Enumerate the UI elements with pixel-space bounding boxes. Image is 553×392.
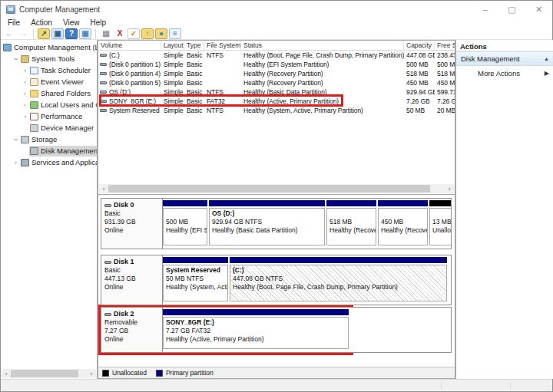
disk-row-disk-2[interactable]: Disk 2Removable7.27 GBOnlineSONY_8GR (E:…: [101, 307, 452, 353]
console-tree-icon[interactable]: ▣: [51, 28, 64, 39]
table-row-os-d[interactable]: OS (D:)SimpleBasicNTFSHealthy (Basic Dat…: [98, 87, 455, 97]
column-header-type[interactable]: Type: [184, 41, 204, 50]
more-actions-item[interactable]: More Actions ▶: [456, 66, 553, 80]
system-tools-icon: [21, 55, 29, 63]
table-cell: Healthy (EFI System Partition): [241, 60, 404, 69]
partition-status: Healthy (Basic Data Partition): [212, 226, 322, 235]
partition-legend: UnallocatedPrimary partition: [98, 367, 455, 378]
scroll-right-icon[interactable]: ›: [87, 369, 96, 378]
partition-status: Healthy (Boot, Page File, Crash Dump, Pr…: [233, 283, 444, 292]
computer-management-local-icon: [3, 44, 12, 51]
partition-box: 13 MBUnallocated: [429, 208, 451, 245]
sidebar-item-task-scheduler[interactable]: ›Task Scheduler: [1, 64, 97, 76]
table-cell: NTFS: [204, 106, 241, 115]
partition-label: [432, 209, 451, 218]
sidebar-item-computer-management-local[interactable]: Computer Management (Local: [1, 41, 97, 53]
forward-icon[interactable]: →: [17, 28, 29, 39]
set-active-icon[interactable]: ✓: [127, 28, 140, 39]
partition-500-mb[interactable]: 500 MBHealthy (EFI System Partition): [163, 200, 207, 245]
table-row-disk-0-partition-1[interactable]: (Disk 0 partition 1)SimpleBasicHealthy (…: [98, 60, 455, 69]
column-header-layout[interactable]: Layout: [161, 41, 184, 50]
sidebar-horizontal-scrollbar[interactable]: ‹ ›: [2, 369, 96, 378]
collapse-caret-icon[interactable]: ▲: [544, 56, 549, 61]
partition-518-mb[interactable]: 518 MBHealthy (Recovery Partition): [326, 200, 376, 245]
column-header-volume[interactable]: Volume: [98, 41, 161, 50]
disk-row-disk-0[interactable]: Disk 0Basic931.39 GBOnline500 MBHealthy …: [101, 198, 452, 249]
help-icon[interactable]: ?: [65, 28, 78, 39]
volume-drive-icon: [100, 91, 107, 94]
export-list-icon[interactable]: ↗: [38, 28, 50, 39]
menu-action[interactable]: Action: [25, 18, 58, 27]
collapsed-chevron-icon[interactable]: ›: [21, 101, 29, 109]
partition-450-mb[interactable]: 450 MBHealthy (Recovery Partition): [378, 200, 428, 245]
table-row-disk-0-partition-5[interactable]: (Disk 0 partition 5)SimpleBasicHealthy (…: [98, 78, 455, 87]
partition-system-reserved[interactable]: System Reserved50 MB NTFSHealthy (System…: [163, 257, 228, 301]
collapsed-chevron-icon[interactable]: ›: [21, 67, 29, 74]
sidebar-item-storage[interactable]: ›Storage: [1, 133, 97, 145]
delete-volume-icon[interactable]: X: [114, 28, 126, 39]
column-header-file-system[interactable]: File System: [204, 41, 241, 50]
scrollbar-thumb[interactable]: [11, 370, 78, 377]
volume-list-horizontal-scrollbar[interactable]: ‹ ›: [99, 184, 454, 193]
column-header-status[interactable]: Status: [241, 41, 404, 50]
collapsed-chevron-icon[interactable]: ›: [21, 78, 29, 86]
scroll-left-icon[interactable]: ‹: [99, 184, 108, 193]
partition-sony-8gr-e[interactable]: SONY_8GR (E:)7.27 GB FAT32Healthy (Activ…: [163, 309, 349, 349]
sidebar-item-event-viewer[interactable]: ›Event Viewer: [1, 76, 97, 87]
partition-label: System Reserved: [166, 266, 225, 275]
back-icon[interactable]: ←: [3, 28, 15, 39]
table-cell: NTFS: [204, 51, 241, 60]
column-header-free-sp[interactable]: Free Sp: [435, 41, 455, 50]
scroll-right-icon[interactable]: ›: [445, 184, 454, 193]
volume-name-cell: (Disk 0 partition 1): [98, 60, 161, 69]
disk-row-disk-1[interactable]: Disk 1Basic447.13 GBOnlineSystem Reserve…: [101, 255, 452, 305]
sidebar-item-services-and-applications[interactable]: ›Services and Applications: [1, 156, 97, 168]
disk-name-text: Disk 2: [114, 310, 134, 318]
scrollbar-thumb[interactable]: [108, 185, 430, 193]
expanded-chevron-icon[interactable]: ›: [12, 135, 20, 143]
app-icon: [6, 5, 15, 14]
menu-help[interactable]: Help: [84, 18, 111, 27]
table-row-disk-0-partition-4[interactable]: (Disk 0 partition 4)SimpleBasicHealthy (…: [98, 69, 455, 78]
device-icon[interactable]: ▤: [100, 28, 112, 39]
scroll-left-icon[interactable]: ‹: [2, 369, 11, 378]
partition-color-bar: [326, 200, 376, 206]
disk-label-disk-2: Disk 2Removable7.27 GBOnline: [101, 308, 163, 352]
table-row-system-reserved[interactable]: System ReservedSimpleBasicNTFSHealthy (S…: [98, 106, 455, 115]
partition-os-d[interactable]: OS (D:)929.94 GB NTFSHealthy (Basic Data…: [209, 200, 325, 245]
collapsed-chevron-icon[interactable]: ›: [12, 159, 20, 166]
folder-search-icon[interactable]: ●: [155, 28, 167, 39]
sidebar-item-performance[interactable]: ›Performance: [1, 110, 97, 122]
menu-view[interactable]: View: [58, 18, 85, 27]
partition-13-mb[interactable]: 13 MBUnallocated: [429, 200, 451, 245]
close-button[interactable]: ✕: [525, 1, 552, 18]
table-cell: Healthy (System, Active, Primary Partiti…: [241, 106, 404, 115]
sidebar-item-disk-management[interactable]: Disk Management: [1, 145, 97, 156]
properties-icon[interactable]: ≡: [169, 28, 181, 39]
disk-management-icon: [30, 147, 38, 155]
sidebar-item-system-tools[interactable]: ›System Tools: [1, 53, 97, 64]
show-window-icon[interactable]: ▣: [79, 28, 91, 39]
column-header-capacity[interactable]: Capacity: [404, 41, 435, 50]
menu-file[interactable]: File: [2, 18, 25, 27]
sidebar-item-device-manager[interactable]: Device Manager: [1, 122, 97, 133]
submenu-arrow-icon: ▶: [545, 70, 553, 77]
sidebar-item-shared-folders[interactable]: ›Shared Folders: [1, 87, 97, 99]
actions-group-disk-management[interactable]: Disk Management ▲: [456, 52, 553, 66]
minimize-button[interactable]: –: [472, 1, 498, 18]
maximize-button[interactable]: ▢: [498, 1, 525, 18]
console-tree: Computer Management (Local›System Tools›…: [1, 40, 98, 379]
partition-color-bar: [429, 200, 451, 206]
table-cell: Basic: [184, 97, 204, 106]
disk-info-line: Removable: [104, 318, 159, 327]
collapsed-chevron-icon[interactable]: ›: [21, 113, 29, 120]
sidebar-item-local-users-and-groups[interactable]: ›Local Users and Groups: [1, 99, 97, 110]
table-row-c[interactable]: (C:)SimpleBasicNTFSHealthy (Boot, Page F…: [98, 51, 455, 60]
partition-size: 500 MB: [166, 218, 204, 226]
folder-up-icon[interactable]: ↑: [141, 28, 154, 39]
table-row-sony-8gr-e[interactable]: SONY_8GR (E:)SimpleBasicFAT32Healthy (Ac…: [98, 97, 455, 106]
expanded-chevron-icon[interactable]: ›: [12, 54, 20, 63]
collapsed-chevron-icon[interactable]: ›: [21, 90, 29, 97]
partition-c[interactable]: (C:)447.08 GB NTFSHealthy (Boot, Page Fi…: [230, 257, 447, 301]
sidebar-item-label: Event Viewer: [41, 77, 84, 86]
